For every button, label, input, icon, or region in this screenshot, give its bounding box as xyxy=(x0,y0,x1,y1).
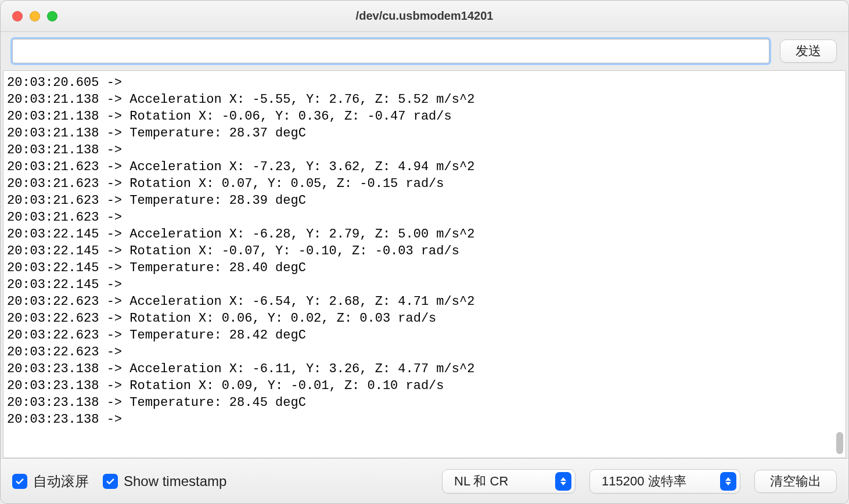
serial-monitor-window: /dev/cu.usbmodem14201 发送 20:03:20.605 ->… xyxy=(0,0,849,504)
traffic-lights xyxy=(12,11,57,21)
output-area: 20:03:20.605 -> 20:03:21.138 -> Accelera… xyxy=(3,70,846,458)
show-timestamp-checkbox[interactable] xyxy=(103,474,118,489)
clear-output-button[interactable]: 清空输出 xyxy=(754,470,837,493)
chevron-updown-icon xyxy=(720,472,736,491)
show-timestamp-option: Show timestamp xyxy=(103,473,226,489)
window-title: /dev/cu.usbmodem14201 xyxy=(1,9,848,23)
line-ending-select[interactable]: NL 和 CR xyxy=(442,469,575,494)
scrollbar-thumb[interactable] xyxy=(836,432,843,454)
check-icon xyxy=(105,476,116,487)
send-input[interactable] xyxy=(12,39,769,63)
show-timestamp-label: Show timestamp xyxy=(124,473,226,489)
minimize-button[interactable] xyxy=(30,11,40,21)
baud-rate-select[interactable]: 115200 波特率 xyxy=(589,469,740,494)
serial-output-text[interactable]: 20:03:20.605 -> 20:03:21.138 -> Accelera… xyxy=(3,71,846,458)
maximize-button[interactable] xyxy=(47,11,57,21)
autoscroll-option: 自动滚屏 xyxy=(12,472,89,491)
footer-bar: 自动滚屏 Show timestamp NL 和 CR 115200 波特率 xyxy=(1,458,848,503)
autoscroll-label: 自动滚屏 xyxy=(33,472,89,491)
send-toolbar: 发送 xyxy=(1,32,848,70)
titlebar: /dev/cu.usbmodem14201 xyxy=(1,1,848,32)
line-ending-value: NL 和 CR xyxy=(454,473,508,490)
autoscroll-checkbox[interactable] xyxy=(12,474,27,489)
check-icon xyxy=(15,476,25,487)
baud-rate-value: 115200 波特率 xyxy=(602,473,686,490)
chevron-updown-icon xyxy=(555,472,571,491)
send-button[interactable]: 发送 xyxy=(780,39,837,63)
close-button[interactable] xyxy=(12,11,23,21)
